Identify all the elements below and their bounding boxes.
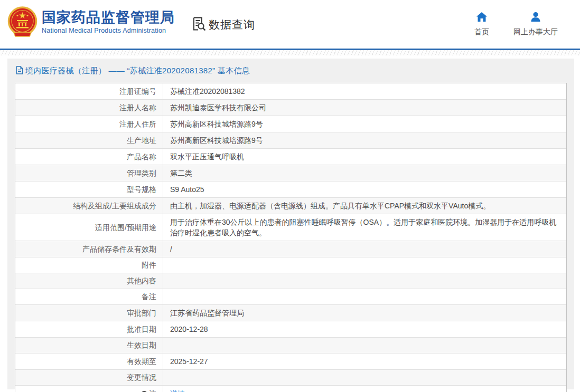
page-title: 境内医疗器械（注册） —— “苏械注准20202081382” 基本信息 <box>15 65 567 83</box>
table-row: 注详情 <box>15 386 566 392</box>
row-label: 结构及组成/主要组成成分 <box>15 198 163 214</box>
row-label: 备注 <box>15 289 163 304</box>
table-row: 附件 <box>15 257 566 273</box>
row-value <box>163 273 566 289</box>
top-nav: 首页 网上办事大厅 <box>474 12 558 37</box>
info-table: 注册证编号苏械注准20202081382注册人名称苏州凯迪泰医学科技有限公司注册… <box>15 83 567 392</box>
table-row: 审批部门江苏省药品监督管理局 <box>15 305 566 321</box>
row-value: 2020-12-28 <box>163 321 566 337</box>
row-label: 型号规格 <box>15 181 163 197</box>
row-label: 审批部门 <box>15 305 163 321</box>
data-query-module[interactable]: 数据查询 <box>191 16 255 34</box>
data-query-label: 数据查询 <box>209 17 255 32</box>
table-row: 产品名称双水平正压通气呼吸机 <box>15 149 566 165</box>
table-row: 管理类别第二类 <box>15 165 566 181</box>
row-label: 批准日期 <box>15 321 163 337</box>
org-name: 国家药品监督管理局 National Medical Products Admi… <box>42 6 175 34</box>
row-label: 注 <box>15 386 163 392</box>
row-label: 附件 <box>15 257 163 273</box>
row-value: S9 Auto25 <box>163 181 566 197</box>
home-icon <box>476 12 488 24</box>
table-row: 变更情况 <box>15 370 566 386</box>
table-row: 其他内容 <box>15 273 566 289</box>
row-value: 双水平正压通气呼吸机 <box>163 149 566 165</box>
row-label: 其他内容 <box>15 273 163 289</box>
table-row: 结构及组成/主要组成成分由主机，加湿器、电源适配器（含电源线）组成。产品具有单水… <box>15 198 566 214</box>
row-label: 有效期至 <box>15 353 163 369</box>
table-row: 产品储存条件及有效期/ <box>15 241 566 257</box>
doc-search-icon <box>191 16 207 34</box>
row-value: / <box>163 241 566 257</box>
row-value: 由主机，加湿器、电源适配器（含电源线）组成。产品具有单水平CPAP模式和双水平V… <box>163 198 566 214</box>
table-row: 注册人名称苏州凯迪泰医学科技有限公司 <box>15 100 566 116</box>
row-label: 产品储存条件及有效期 <box>15 241 163 257</box>
row-value <box>163 370 566 385</box>
org-name-en: National Medical Products Administration <box>42 27 175 34</box>
row-label: 注册证编号 <box>15 83 163 99</box>
row-value: 第二类 <box>163 165 566 181</box>
row-label: 生产地址 <box>15 132 163 148</box>
detail-link[interactable]: 详情 <box>170 388 185 392</box>
nav-item-home[interactable]: 首页 <box>474 12 489 37</box>
row-value: 用于治疗体重在30公斤以上的患者的阻塞性睡眠呼吸暂停（OSA）。适用于家庭和医院… <box>163 214 566 241</box>
content-panel: 境内医疗器械（注册） —— “苏械注准20202081382” 基本信息 注册证… <box>7 59 574 389</box>
national-emblem-icon <box>7 6 38 38</box>
table-row: 注册人住所苏州高新区科技城培源路9号 <box>15 116 566 132</box>
nav-item-service-hall[interactable]: 网上办事大厅 <box>513 12 558 37</box>
hatch-pattern-strip <box>0 50 580 55</box>
row-value: 2025-12-27 <box>163 353 566 369</box>
row-value <box>163 257 566 273</box>
row-value: 江苏省药品监督管理局 <box>163 305 566 321</box>
row-label: 适用范围/预期用途 <box>15 214 163 241</box>
table-row: 生效日期 <box>15 338 566 353</box>
row-label: 生效日期 <box>15 338 163 353</box>
row-value <box>163 289 566 304</box>
page-header: 国家药品监督管理局 National Medical Products Admi… <box>0 0 580 49</box>
table-row: 注册证编号苏械注准20202081382 <box>15 83 566 100</box>
row-value: 苏州凯迪泰医学科技有限公司 <box>163 100 566 116</box>
nav-item-label: 网上办事大厅 <box>513 27 558 37</box>
row-value: 详情 <box>163 386 566 392</box>
document-icon <box>16 66 23 76</box>
row-label: 管理类别 <box>15 165 163 181</box>
row-label: 变更情况 <box>15 370 163 385</box>
nav-item-label: 首页 <box>474 27 489 37</box>
table-row: 批准日期2020-12-28 <box>15 321 566 338</box>
row-label: 注册人名称 <box>15 100 163 116</box>
table-row: 型号规格S9 Auto25 <box>15 181 566 198</box>
table-row: 备注 <box>15 289 566 305</box>
row-value: 苏州高新区科技城培源路9号 <box>163 132 566 148</box>
table-row: 生产地址苏州高新区科技城培源路9号 <box>15 132 566 149</box>
org-name-zh: 国家药品监督管理局 <box>42 9 175 25</box>
row-value: 苏州高新区科技城培源路9号 <box>163 116 566 132</box>
table-row: 有效期至2025-12-27 <box>15 353 566 370</box>
row-value: 苏械注准20202081382 <box>163 83 566 99</box>
page-title-text: 境内医疗器械（注册） —— “苏械注准20202081382” 基本信息 <box>25 66 250 76</box>
row-value <box>163 338 566 353</box>
site-logo[interactable]: 国家药品监督管理局 National Medical Products Admi… <box>7 6 175 38</box>
row-label: 注册人住所 <box>15 116 163 132</box>
row-label: 产品名称 <box>15 149 163 165</box>
user-icon <box>530 12 541 24</box>
table-row: 适用范围/预期用途用于治疗体重在30公斤以上的患者的阻塞性睡眠呼吸暂停（OSA）… <box>15 214 566 241</box>
